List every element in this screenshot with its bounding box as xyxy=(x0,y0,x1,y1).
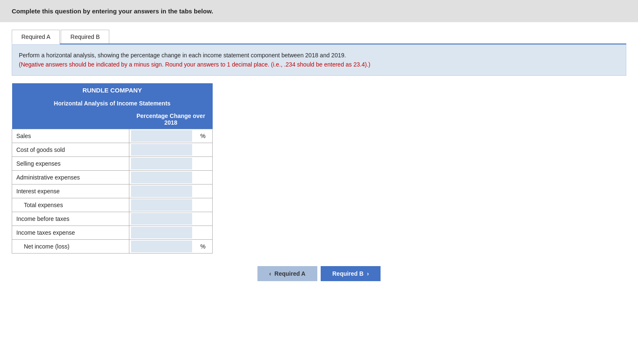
rundle-table: RUNDLE COMPANY Horizontal Analysis of In… xyxy=(12,83,213,254)
instruction-main: Perform a horizontal analysis, showing t… xyxy=(19,52,346,59)
next-button-label: Required B xyxy=(332,270,364,277)
row-label-7: Income taxes expense xyxy=(12,226,129,239)
next-button[interactable]: Required B › xyxy=(321,266,381,281)
row-input-cell-4 xyxy=(129,184,194,198)
row-input-5[interactable] xyxy=(131,199,192,211)
table-row: Administrative expenses xyxy=(12,170,213,184)
row-label-2: Selling expenses xyxy=(12,156,129,170)
row-input-cell-1 xyxy=(129,143,194,156)
row-input-cell-0 xyxy=(129,129,194,143)
row-label-8: Net income (loss) xyxy=(12,239,129,253)
row-input-cell-8 xyxy=(129,239,194,253)
prev-chevron-icon: ‹ xyxy=(269,270,271,277)
row-pct-8: % xyxy=(194,239,213,253)
company-name: RUNDLE COMPANY xyxy=(12,83,213,97)
row-pct-0: % xyxy=(194,129,213,143)
prev-button-label: Required A xyxy=(275,270,306,277)
row-pct-3 xyxy=(194,170,213,184)
row-input-8[interactable] xyxy=(131,241,192,252)
tabs-container: Required A Required B xyxy=(12,30,626,44)
row-pct-7 xyxy=(194,226,213,239)
row-pct-5 xyxy=(194,198,213,212)
row-pct-2 xyxy=(194,156,213,170)
table-row: Selling expenses xyxy=(12,156,213,170)
next-chevron-icon: › xyxy=(367,270,369,277)
table-row: Income before taxes xyxy=(12,212,213,226)
col-header-pct: Percentage Change over 2018 xyxy=(129,110,213,129)
banner-text: Complete this question by entering your … xyxy=(12,8,213,15)
row-input-6[interactable] xyxy=(131,213,192,225)
row-label-3: Administrative expenses xyxy=(12,170,129,184)
tab-required-a-label: Required A xyxy=(21,33,50,40)
row-input-4[interactable] xyxy=(131,185,192,197)
row-label-4: Interest expense xyxy=(12,184,129,198)
row-input-cell-2 xyxy=(129,156,194,170)
prev-button[interactable]: ‹ Required A xyxy=(257,266,317,281)
row-input-2[interactable] xyxy=(131,158,192,169)
table-row: Total expenses xyxy=(12,198,213,212)
top-banner: Complete this question by entering your … xyxy=(0,0,638,22)
row-input-7[interactable] xyxy=(131,227,192,238)
table-row: Interest expense xyxy=(12,184,213,198)
table-row: Sales% xyxy=(12,129,213,143)
tab-required-a[interactable]: Required A xyxy=(12,30,60,44)
row-pct-6 xyxy=(194,212,213,226)
table-area: RUNDLE COMPANY Horizontal Analysis of In… xyxy=(12,83,626,254)
row-input-1[interactable] xyxy=(131,144,192,156)
row-input-0[interactable] xyxy=(131,130,192,142)
row-input-cell-7 xyxy=(129,226,194,239)
table-title: Horizontal Analysis of Income Statements xyxy=(12,97,213,110)
row-label-0: Sales xyxy=(12,129,129,143)
table-row: Income taxes expense xyxy=(12,226,213,239)
tab-required-b[interactable]: Required B xyxy=(61,30,109,44)
row-label-1: Cost of goods sold xyxy=(12,143,129,156)
row-pct-1 xyxy=(194,143,213,156)
instruction-box: Perform a horizontal analysis, showing t… xyxy=(12,44,626,76)
row-pct-4 xyxy=(194,184,213,198)
row-input-cell-3 xyxy=(129,170,194,184)
instruction-red: (Negative answers should be indicated by… xyxy=(19,61,370,68)
table-row: Cost of goods sold xyxy=(12,143,213,156)
row-input-3[interactable] xyxy=(131,172,192,183)
tab-required-b-label: Required B xyxy=(70,33,100,40)
col-header-label xyxy=(12,110,129,129)
row-label-5: Total expenses xyxy=(12,198,129,212)
row-label-6: Income before taxes xyxy=(12,212,129,226)
table-row: Net income (loss)% xyxy=(12,239,213,253)
bottom-nav: ‹ Required A Required B › xyxy=(12,266,626,281)
row-input-cell-5 xyxy=(129,198,194,212)
row-input-cell-6 xyxy=(129,212,194,226)
